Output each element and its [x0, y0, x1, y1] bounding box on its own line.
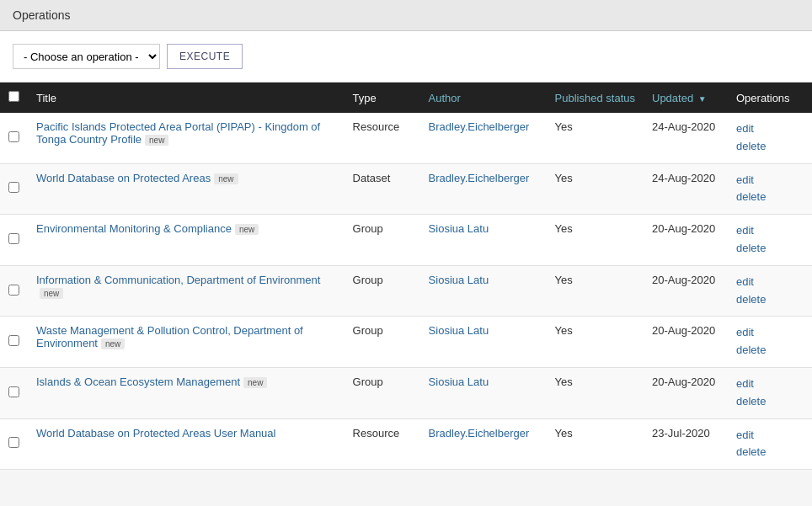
row-published-status-cell: Yes: [547, 163, 644, 215]
row-title-cell: Information & Communication, Department …: [28, 265, 345, 317]
row-type-cell: Resource: [345, 113, 420, 163]
col-header-type: Type: [345, 83, 420, 113]
col-header-checkbox: [0, 83, 28, 113]
row-author-link[interactable]: Bradley.Eichelberger: [429, 427, 530, 439]
row-delete-link[interactable]: delete: [736, 444, 804, 461]
row-type-cell: Group: [345, 367, 420, 418]
new-badge: new: [214, 173, 238, 184]
row-edit-link[interactable]: edit: [736, 427, 804, 445]
operations-header: Operations: [0, 0, 812, 31]
row-updated-cell: 23-Jul-2020: [644, 418, 728, 470]
col-header-author: Author: [420, 83, 547, 113]
row-author-link[interactable]: Siosiua Latu: [429, 376, 489, 388]
row-author-link[interactable]: Bradley.Eichelberger: [429, 120, 530, 133]
row-edit-link[interactable]: edit: [736, 222, 804, 240]
row-checkbox[interactable]: [8, 182, 19, 193]
row-published-status-cell: Yes: [547, 215, 644, 266]
row-author-link[interactable]: Siosiua Latu: [429, 274, 489, 286]
new-badge: new: [101, 338, 125, 349]
operation-select[interactable]: - Choose an operation -: [13, 44, 160, 69]
row-author-cell: Siosiua Latu: [420, 367, 547, 418]
row-updated-cell: 24-Aug-2020: [644, 113, 728, 163]
row-delete-link[interactable]: delete: [736, 240, 804, 258]
row-type-cell: Resource: [345, 418, 420, 470]
row-title-link[interactable]: Waste Management & Pollution Control, De…: [36, 324, 303, 349]
row-operations-cell: editdelete: [728, 367, 812, 418]
table-row: World Database on Protected AreasnewData…: [0, 163, 812, 215]
row-delete-link[interactable]: delete: [736, 393, 804, 411]
col-header-published-status: Published status: [547, 83, 644, 113]
row-delete-link[interactable]: delete: [736, 291, 804, 309]
row-title-link[interactable]: Islands & Ocean Ecosystem Management: [36, 376, 240, 388]
row-author-link[interactable]: Siosiua Latu: [429, 222, 489, 235]
row-title-link[interactable]: World Database on Protected Areas: [36, 172, 211, 184]
col-header-title: Title: [28, 83, 345, 113]
row-type-cell: Dataset: [345, 163, 420, 215]
row-edit-link[interactable]: edit: [736, 274, 804, 291]
row-checkbox[interactable]: [8, 131, 19, 142]
row-author-link[interactable]: Bradley.Eichelberger: [429, 172, 530, 184]
data-table: Title Type Author Published status Updat…: [0, 83, 812, 470]
row-checkbox[interactable]: [8, 335, 19, 346]
row-operations-cell: editdelete: [728, 265, 812, 317]
table-row: Information & Communication, Department …: [0, 265, 812, 317]
row-checkbox[interactable]: [8, 285, 19, 296]
row-delete-link[interactable]: delete: [736, 342, 804, 360]
row-title-link[interactable]: Pacific Islands Protected Area Portal (P…: [36, 120, 320, 146]
row-operations-cell: editdelete: [728, 418, 812, 470]
table-row: World Database on Protected Areas User M…: [0, 418, 812, 470]
row-type-cell: Group: [345, 215, 420, 266]
row-title-cell: Pacific Islands Protected Area Portal (P…: [28, 113, 345, 163]
row-title-cell: Environmental Monitoring & Compliancenew: [28, 215, 345, 266]
row-checkbox[interactable]: [8, 233, 19, 244]
row-checkbox-cell: [0, 113, 28, 163]
execute-button[interactable]: EXECUTE: [167, 44, 243, 69]
new-badge: new: [40, 288, 63, 299]
row-author-cell: Bradley.Eichelberger: [420, 163, 547, 215]
row-author-cell: Bradley.Eichelberger: [420, 418, 547, 470]
row-edit-link[interactable]: edit: [736, 324, 804, 342]
row-type-cell: Group: [345, 265, 420, 317]
row-title-cell: Waste Management & Pollution Control, De…: [28, 317, 345, 368]
row-author-cell: Siosiua Latu: [420, 265, 547, 317]
new-badge: new: [235, 224, 259, 235]
row-checkbox[interactable]: [8, 437, 19, 448]
sort-arrow-icon: ▼: [698, 94, 707, 104]
row-checkbox-cell: [0, 163, 28, 215]
row-checkbox[interactable]: [8, 386, 19, 397]
row-author-cell: Bradley.Eichelberger: [420, 113, 547, 163]
row-updated-cell: 20-Aug-2020: [644, 215, 728, 266]
row-edit-link[interactable]: edit: [736, 172, 804, 189]
table-row: Pacific Islands Protected Area Portal (P…: [0, 113, 812, 163]
operations-bar: - Choose an operation - EXECUTE: [0, 31, 812, 83]
row-title-link[interactable]: Information & Communication, Department …: [36, 274, 320, 286]
table-container: Title Type Author Published status Updat…: [0, 83, 812, 470]
row-operations-cell: editdelete: [728, 317, 812, 368]
row-title-link[interactable]: Environmental Monitoring & Compliance: [36, 222, 232, 235]
table-row: Waste Management & Pollution Control, De…: [0, 317, 812, 368]
row-edit-link[interactable]: edit: [736, 376, 804, 393]
row-checkbox-cell: [0, 317, 28, 368]
row-checkbox-cell: [0, 265, 28, 317]
row-title-cell: World Database on Protected Areas User M…: [28, 418, 345, 470]
col-header-updated[interactable]: Updated ▼: [644, 83, 728, 113]
row-published-status-cell: Yes: [547, 265, 644, 317]
row-updated-cell: 24-Aug-2020: [644, 163, 728, 215]
select-all-checkbox[interactable]: [8, 91, 19, 102]
col-header-operations: Operations: [728, 83, 812, 113]
row-published-status-cell: Yes: [547, 113, 644, 163]
row-title-cell: Islands & Ocean Ecosystem Managementnew: [28, 367, 345, 418]
row-author-link[interactable]: Siosiua Latu: [429, 324, 489, 337]
header-title: Operations: [13, 8, 70, 22]
row-author-cell: Siosiua Latu: [420, 215, 547, 266]
row-delete-link[interactable]: delete: [736, 138, 804, 156]
row-published-status-cell: Yes: [547, 418, 644, 470]
row-operations-cell: editdelete: [728, 215, 812, 266]
table-header-row: Title Type Author Published status Updat…: [0, 83, 812, 113]
row-published-status-cell: Yes: [547, 317, 644, 368]
table-row: Islands & Ocean Ecosystem ManagementnewG…: [0, 367, 812, 418]
row-delete-link[interactable]: delete: [736, 189, 804, 206]
row-updated-cell: 20-Aug-2020: [644, 317, 728, 368]
row-edit-link[interactable]: edit: [736, 120, 804, 138]
row-title-link[interactable]: World Database on Protected Areas User M…: [36, 427, 275, 439]
